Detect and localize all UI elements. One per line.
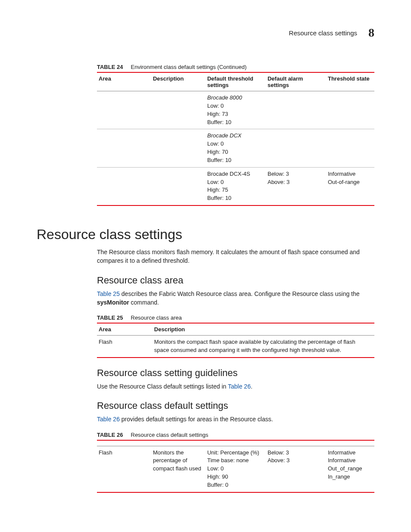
table24-row: Brocade DCX-4SLow: 0High: 75Buffer: 10Be… bbox=[97, 167, 374, 205]
table24-threshold: Brocade DCXLow: 0High: 70Buffer: 10 bbox=[206, 129, 266, 167]
table24-threshold: Brocade DCX-4SLow: 0High: 75Buffer: 10 bbox=[206, 167, 266, 205]
intro-paragraph: The Resource class monitors flash memory… bbox=[97, 248, 374, 265]
table26-label: TABLE 26 bbox=[97, 432, 123, 438]
table24-caption: TABLE 24 Environment class default setti… bbox=[97, 64, 374, 70]
table24-row: Brocade 8000Low: 0High: 73Buffer: 10 bbox=[97, 91, 374, 129]
table25-label: TABLE 25 bbox=[97, 314, 123, 321]
table26-alarm: Below: 3Above: 3 bbox=[266, 446, 326, 492]
sysmonitor-command: sysMonitor bbox=[97, 299, 129, 306]
table26-threshold: Unit: Percentage (%)Time base: noneLow: … bbox=[206, 446, 266, 492]
table24-area bbox=[97, 91, 151, 129]
table25-caption-text: Resource class area bbox=[131, 314, 182, 321]
defaults-paragraph: Table 26 provides default settings for a… bbox=[97, 415, 374, 423]
table26-caption: TABLE 26 Resource class default settings bbox=[97, 432, 374, 438]
section-heading-resource-class-settings: Resource class settings bbox=[37, 227, 374, 243]
table25-col-description: Description bbox=[153, 323, 374, 336]
table25-col-area: Area bbox=[97, 323, 153, 336]
table24-state bbox=[326, 91, 374, 129]
table24-caption-text: Environment class default settings (Cont… bbox=[131, 64, 247, 70]
table24-alarm bbox=[266, 91, 326, 129]
table24-col-state: Threshold state bbox=[326, 72, 374, 91]
table26: Flash Monitors the percentage of compact… bbox=[97, 440, 374, 493]
table25-link[interactable]: Table 25 bbox=[97, 290, 120, 297]
table25: Area Description Flash Monitors the comp… bbox=[97, 323, 374, 358]
chapter-number: 8 bbox=[368, 26, 374, 40]
table24-desc bbox=[151, 167, 206, 205]
table24-state: InformativeOut-of-range bbox=[326, 167, 374, 205]
table24-label: TABLE 24 bbox=[97, 64, 123, 70]
table26-row: Flash Monitors the percentage of compact… bbox=[97, 446, 374, 492]
table26-desc: Monitors the percentage of compact flash… bbox=[151, 446, 206, 492]
table24: Area Description Default threshold setti… bbox=[97, 72, 374, 206]
page-header: Resource class settings 8 bbox=[37, 26, 374, 40]
table24-area bbox=[97, 129, 151, 167]
table24-col-threshold: Default threshold settings bbox=[206, 72, 266, 91]
table25-row: Flash Monitors the compact flash space a… bbox=[97, 336, 374, 358]
running-title: Resource class settings bbox=[289, 29, 357, 37]
table26-state: InformativeInformativeOut_of_rangeIn_ran… bbox=[326, 446, 374, 492]
table25-caption: TABLE 25 Resource class area bbox=[97, 314, 374, 321]
table26-area: Flash bbox=[97, 446, 151, 492]
defaults-heading: Resource class default settings bbox=[97, 400, 374, 411]
resource-class-area-paragraph: Table 25 describes the Fabric Watch Reso… bbox=[97, 289, 374, 307]
table24-area bbox=[97, 167, 151, 205]
table24-col-description: Description bbox=[151, 72, 206, 91]
table24-col-area: Area bbox=[97, 72, 151, 91]
table26-link[interactable]: Table 26 bbox=[228, 383, 251, 390]
table24-row: Brocade DCXLow: 0High: 70Buffer: 10 bbox=[97, 129, 374, 167]
table24-state bbox=[326, 129, 374, 167]
guidelines-paragraph: Use the Resource Class default settings … bbox=[97, 382, 374, 391]
table26-caption-text: Resource class default settings bbox=[131, 432, 209, 438]
table24-alarm: Below: 3Above: 3 bbox=[266, 167, 326, 205]
table24-desc bbox=[151, 129, 206, 167]
table24-col-alarm: Default alarm settings bbox=[266, 72, 326, 91]
table25-area: Flash bbox=[97, 336, 153, 358]
table26-link-2[interactable]: Table 26 bbox=[97, 416, 120, 423]
guidelines-heading: Resource class setting guidelines bbox=[97, 367, 374, 379]
table24-desc bbox=[151, 91, 206, 129]
table25-desc: Monitors the compact flash space availab… bbox=[153, 336, 374, 358]
table24-threshold: Brocade 8000Low: 0High: 73Buffer: 10 bbox=[206, 91, 266, 129]
resource-class-area-heading: Resource class area bbox=[97, 275, 374, 286]
table24-alarm bbox=[266, 129, 326, 167]
